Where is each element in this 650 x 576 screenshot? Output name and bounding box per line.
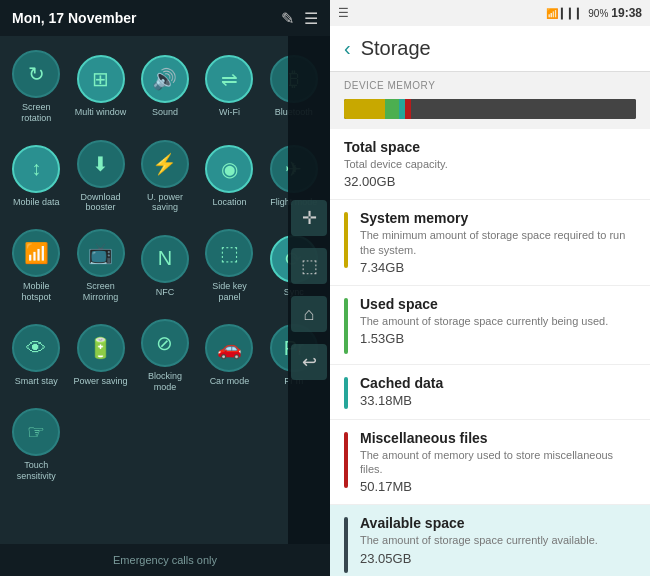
misc-files-content: Miscellaneous filesThe amount of memory … [360, 430, 636, 495]
sound-label: Sound [152, 107, 178, 118]
storage-header: ‹ Storage [330, 26, 650, 72]
quick-item-sound[interactable]: 🔊Sound [135, 44, 195, 130]
system-memory-name: System memory [360, 210, 636, 226]
storage-item-cached-data[interactable]: Cached data33.18MB [330, 365, 650, 420]
used-space-color-bar [344, 298, 348, 354]
quick-item-location[interactable]: ◉Location [199, 134, 259, 220]
storage-bar [344, 99, 636, 119]
storage-item-system-memory[interactable]: System memoryThe minimum amount of stora… [330, 200, 650, 286]
u-power-saving-icon: ⚡ [141, 140, 189, 188]
left-panel: Mon, 17 November ✎ ☰ ↻Screen rotation⊞Mu… [0, 0, 330, 576]
quick-settings-panel: ↻Screen rotation⊞Multi window🔊Sound⇌Wi-F… [0, 36, 330, 544]
storage-item-available-space[interactable]: Available spaceThe amount of storage spa… [330, 505, 650, 576]
power-saving-icon: 🔋 [77, 324, 125, 372]
used-space-desc: The amount of storage space currently be… [360, 314, 636, 328]
right-panel: ☰ 📶 ▎▎▎ 90% 19:38 ‹ Storage DEVICE MEMOR… [330, 0, 650, 576]
cached-data-color-bar [344, 377, 348, 409]
total-space-desc: Total device capacity. [344, 157, 636, 171]
quick-item-smart-stay[interactable]: 👁Smart stay [6, 313, 66, 399]
quick-item-mobile-data[interactable]: ↕Mobile data [6, 134, 66, 220]
available-space-desc: The amount of storage space currently av… [360, 533, 636, 547]
quick-item-nfc[interactable]: NNFC [135, 223, 195, 309]
total-space-name: Total space [344, 139, 636, 155]
car-mode-label: Car mode [210, 376, 250, 387]
nav-button-2[interactable]: ⌂ [291, 296, 327, 332]
page-title: Storage [361, 37, 431, 60]
misc-files-name: Miscellaneous files [360, 430, 636, 446]
quick-item-screen-mirroring[interactable]: 📺Screen Mirroring [70, 223, 130, 309]
nav-button-3[interactable]: ↩ [291, 344, 327, 380]
multi-window-icon: ⊞ [77, 55, 125, 103]
nfc-icon: N [141, 235, 189, 283]
car-mode-icon: 🚗 [205, 324, 253, 372]
side-key-panel-icon: ⬚ [205, 229, 253, 277]
bar-segment [385, 99, 400, 119]
edit-icon[interactable]: ✎ [281, 9, 294, 28]
misc-files-desc: The amount of memory used to store misce… [360, 448, 636, 477]
available-space-size: 23.05GB [360, 551, 636, 566]
system-memory-color-bar [344, 212, 348, 268]
quick-item-wifi[interactable]: ⇌Wi-Fi [199, 44, 259, 130]
misc-files-size: 50.17MB [360, 479, 636, 494]
cached-data-size: 33.18MB [360, 393, 636, 408]
status-bar-right: ☰ 📶 ▎▎▎ 90% 19:38 [330, 0, 650, 26]
misc-files-color-bar [344, 432, 348, 488]
nav-button-1[interactable]: ⬚ [291, 248, 327, 284]
section-label: DEVICE MEMORY [330, 72, 650, 95]
multi-window-label: Multi window [75, 107, 127, 118]
location-label: Location [212, 197, 246, 208]
quick-item-power-saving[interactable]: 🔋Power saving [70, 313, 130, 399]
bar-segment [344, 99, 385, 119]
quick-item-blocking-mode[interactable]: ⊘Blocking mode [135, 313, 195, 399]
sound-icon: 🔊 [141, 55, 189, 103]
battery-text: 90% [588, 8, 608, 19]
mobile-data-label: Mobile data [13, 197, 60, 208]
power-saving-label: Power saving [74, 376, 128, 387]
quick-item-screen-rotation[interactable]: ↻Screen rotation [6, 44, 66, 130]
blocking-mode-label: Blocking mode [137, 371, 193, 393]
smart-stay-icon: 👁 [12, 324, 60, 372]
total-space-size: 32.00GB [344, 174, 636, 189]
touch-sensitivity-icon: ☞ [12, 408, 60, 456]
available-space-content: Available spaceThe amount of storage spa… [360, 515, 636, 565]
bottom-bar: Emergency calls only [0, 544, 330, 576]
quick-item-mobile-hotspot[interactable]: 📶Mobile hotspot [6, 223, 66, 309]
storage-item-misc-files[interactable]: Miscellaneous filesThe amount of memory … [330, 420, 650, 506]
mobile-data-icon: ↕ [12, 145, 60, 193]
mobile-hotspot-icon: 📶 [12, 229, 60, 277]
smart-stay-label: Smart stay [15, 376, 58, 387]
screen-mirroring-label: Screen Mirroring [72, 281, 128, 303]
time-display: 19:38 [611, 6, 642, 20]
cached-data-name: Cached data [360, 375, 636, 391]
u-power-saving-label: U. power saving [137, 192, 193, 214]
used-space-content: Used spaceThe amount of storage space cu… [360, 296, 636, 346]
back-button[interactable]: ‹ [344, 37, 351, 60]
available-space-name: Available space [360, 515, 636, 531]
quick-item-u-power-saving[interactable]: ⚡U. power saving [135, 134, 195, 220]
available-space-color-bar [344, 517, 348, 573]
nfc-label: NFC [156, 287, 175, 298]
total-space-content: Total spaceTotal device capacity.32.00GB [344, 139, 636, 189]
system-memory-size: 7.34GB [360, 260, 636, 275]
status-bar-left: Mon, 17 November ✎ ☰ [0, 0, 330, 36]
storage-list: Total spaceTotal device capacity.32.00GB… [330, 129, 650, 576]
bar-segment [411, 99, 636, 119]
quick-item-car-mode[interactable]: 🚗Car mode [199, 313, 259, 399]
quick-item-multi-window[interactable]: ⊞Multi window [70, 44, 130, 130]
quick-item-touch-sensitivity[interactable]: ☞Touch sensitivity [6, 402, 66, 488]
nav-sidebar: ✛⬚⌂↩ [288, 36, 330, 544]
download-booster-icon: ⬇ [77, 140, 125, 188]
nav-button-0[interactable]: ✛ [291, 200, 327, 236]
system-memory-content: System memoryThe minimum amount of stora… [360, 210, 636, 275]
status-icons: ✎ ☰ [281, 9, 318, 28]
menu-icon[interactable]: ☰ [304, 9, 318, 28]
quick-item-download-booster[interactable]: ⬇Download booster [70, 134, 130, 220]
storage-item-used-space[interactable]: Used spaceThe amount of storage space cu… [330, 286, 650, 365]
download-booster-label: Download booster [72, 192, 128, 214]
quick-item-side-key-panel[interactable]: ⬚Side key panel [199, 223, 259, 309]
side-key-panel-label: Side key panel [201, 281, 257, 303]
storage-item-total-space[interactable]: Total spaceTotal device capacity.32.00GB [330, 129, 650, 200]
wifi-label: Wi-Fi [219, 107, 240, 118]
used-space-size: 1.53GB [360, 331, 636, 346]
location-icon: ◉ [205, 145, 253, 193]
